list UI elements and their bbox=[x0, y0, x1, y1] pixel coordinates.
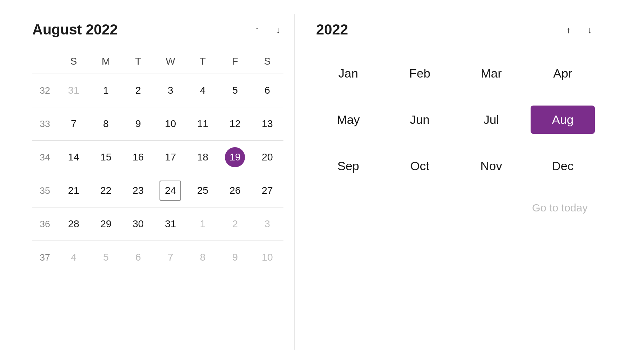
day-inner: 5 bbox=[225, 80, 245, 101]
day-cell-w1-d1[interactable]: 8 bbox=[90, 107, 122, 140]
day-inner: 11 bbox=[193, 114, 213, 134]
day-inner: 30 bbox=[128, 214, 148, 234]
go-to-today-button[interactable]: Go to today bbox=[316, 202, 595, 214]
day-cell-w3-d6[interactable]: 27 bbox=[251, 174, 283, 207]
day-cell-w5-d6[interactable]: 10 bbox=[251, 241, 283, 274]
month-cell-apr[interactable]: Apr bbox=[531, 59, 595, 88]
day-cell-w2-d6[interactable]: 20 bbox=[251, 141, 283, 174]
day-cell-w3-d4[interactable]: 25 bbox=[186, 174, 219, 207]
year-nav-buttons: ↑ ↓ bbox=[563, 24, 595, 36]
day-cell-w4-d6[interactable]: 3 bbox=[251, 207, 283, 241]
day-cell-w2-d1[interactable]: 15 bbox=[90, 141, 122, 174]
day-header-1: M bbox=[90, 52, 122, 71]
calendar-nav-buttons: ↑ ↓ bbox=[252, 24, 283, 36]
month-cell-dec[interactable]: Dec bbox=[531, 152, 595, 180]
day-cell-w3-d2[interactable]: 23 bbox=[122, 174, 154, 207]
day-cell-w5-d5[interactable]: 9 bbox=[219, 241, 251, 274]
day-cell-w0-d4[interactable]: 4 bbox=[186, 74, 219, 107]
day-header-2: T bbox=[122, 52, 154, 71]
month-cell-jan[interactable]: Jan bbox=[316, 59, 380, 88]
day-cell-w0-d3[interactable]: 3 bbox=[154, 74, 187, 107]
day-cell-w1-d3[interactable]: 10 bbox=[154, 107, 187, 140]
day-cell-w3-d5[interactable]: 26 bbox=[219, 174, 251, 207]
months-grid: JanFebMarAprMayJunJulAugSepOctNovDec bbox=[316, 59, 595, 180]
day-header-3: W bbox=[154, 52, 187, 71]
day-cell-w2-d2[interactable]: 16 bbox=[122, 141, 154, 174]
day-cell-w4-d3[interactable]: 31 bbox=[154, 207, 187, 241]
day-headers-row: SMTWTFS bbox=[32, 52, 283, 71]
day-cell-w1-d2[interactable]: 9 bbox=[122, 107, 154, 140]
year-prev-button[interactable]: ↑ bbox=[563, 24, 574, 36]
day-cell-w3-d1[interactable]: 22 bbox=[90, 174, 122, 207]
day-header-5: F bbox=[219, 52, 251, 71]
day-inner: 4 bbox=[64, 247, 84, 267]
day-cell-w5-d1[interactable]: 5 bbox=[90, 241, 122, 274]
month-cell-sep[interactable]: Sep bbox=[316, 152, 380, 180]
calendar-weeks: 3231123456337891011121334141516171819203… bbox=[32, 74, 283, 274]
day-inner: 13 bbox=[257, 114, 277, 134]
day-inner: 5 bbox=[96, 247, 116, 267]
day-cell-w0-d5[interactable]: 5 bbox=[219, 74, 251, 107]
month-cell-jul[interactable]: Jul bbox=[459, 106, 523, 134]
day-cell-w1-d6[interactable]: 13 bbox=[251, 107, 283, 140]
yearly-calendar: 2022 ↑ ↓ JanFebMarAprMayJunJulAugSepOctN… bbox=[295, 14, 616, 350]
month-cell-may[interactable]: May bbox=[316, 106, 380, 134]
table-row: 3414151617181920 bbox=[32, 140, 283, 174]
day-cell-w1-d4[interactable]: 11 bbox=[186, 107, 219, 140]
day-inner: 2 bbox=[128, 80, 148, 101]
day-cell-w5-d4[interactable]: 8 bbox=[186, 241, 219, 274]
day-cell-w0-d1[interactable]: 1 bbox=[90, 74, 122, 107]
day-inner: 9 bbox=[128, 114, 148, 134]
day-inner: 17 bbox=[160, 147, 180, 167]
week-num-3: 35 bbox=[32, 174, 57, 207]
month-cell-oct[interactable]: Oct bbox=[388, 152, 452, 180]
day-inner: 2 bbox=[225, 214, 245, 234]
day-cell-w4-d0[interactable]: 28 bbox=[57, 207, 90, 241]
calendar-next-button[interactable]: ↓ bbox=[273, 24, 283, 36]
day-cell-w5-d3[interactable]: 7 bbox=[154, 241, 187, 274]
calendar-prev-button[interactable]: ↑ bbox=[252, 24, 262, 36]
day-inner: 31 bbox=[160, 214, 180, 234]
day-cell-w4-d5[interactable]: 2 bbox=[219, 207, 251, 241]
month-cell-jun[interactable]: Jun bbox=[388, 106, 452, 134]
week-num-0: 32 bbox=[32, 74, 57, 107]
month-cell-nov[interactable]: Nov bbox=[459, 152, 523, 180]
day-inner: 1 bbox=[96, 80, 116, 101]
day-inner: 10 bbox=[257, 247, 277, 267]
week-num-5: 37 bbox=[32, 241, 57, 274]
day-cell-w2-d0[interactable]: 14 bbox=[57, 141, 90, 174]
month-cell-mar[interactable]: Mar bbox=[459, 59, 523, 88]
month-cell-aug[interactable]: Aug bbox=[531, 106, 595, 134]
day-cell-w0-d6[interactable]: 6 bbox=[251, 74, 283, 107]
day-cell-w2-d4[interactable]: 18 bbox=[186, 141, 219, 174]
day-cell-w0-d0[interactable]: 31 bbox=[57, 74, 90, 107]
day-cell-w3-d0[interactable]: 21 bbox=[57, 174, 90, 207]
day-cell-w5-d2[interactable]: 6 bbox=[122, 241, 154, 274]
day-cell-w4-d2[interactable]: 30 bbox=[122, 207, 154, 241]
day-cell-w5-d0[interactable]: 4 bbox=[57, 241, 90, 274]
day-inner: 7 bbox=[160, 247, 180, 267]
day-inner: 9 bbox=[225, 247, 245, 267]
day-inner: 27 bbox=[257, 181, 277, 201]
day-cell-w2-d5[interactable]: 19 bbox=[219, 141, 251, 174]
day-inner: 22 bbox=[96, 181, 116, 201]
day-inner: 8 bbox=[96, 114, 116, 134]
day-inner: 19 bbox=[225, 147, 245, 167]
monthly-calendar: August 2022 ↑ ↓ SMTWTFS 3231123456337891… bbox=[22, 14, 295, 350]
day-cell-w1-d0[interactable]: 7 bbox=[57, 107, 90, 140]
day-inner: 26 bbox=[225, 181, 245, 201]
day-cell-w1-d5[interactable]: 12 bbox=[219, 107, 251, 140]
day-inner: 3 bbox=[257, 214, 277, 234]
day-cell-w4-d4[interactable]: 1 bbox=[186, 207, 219, 241]
day-cell-w2-d3[interactable]: 17 bbox=[154, 141, 187, 174]
year-header: 2022 ↑ ↓ bbox=[316, 22, 595, 38]
day-cell-w0-d2[interactable]: 2 bbox=[122, 74, 154, 107]
year-title: 2022 bbox=[316, 22, 348, 38]
day-inner: 10 bbox=[160, 114, 180, 134]
day-inner: 24 bbox=[160, 181, 181, 201]
day-cell-w3-d3[interactable]: 24 bbox=[154, 174, 187, 207]
month-cell-feb[interactable]: Feb bbox=[388, 59, 452, 88]
calendar-title: August 2022 bbox=[32, 22, 118, 38]
year-next-button[interactable]: ↓ bbox=[584, 24, 595, 36]
day-cell-w4-d1[interactable]: 29 bbox=[90, 207, 122, 241]
